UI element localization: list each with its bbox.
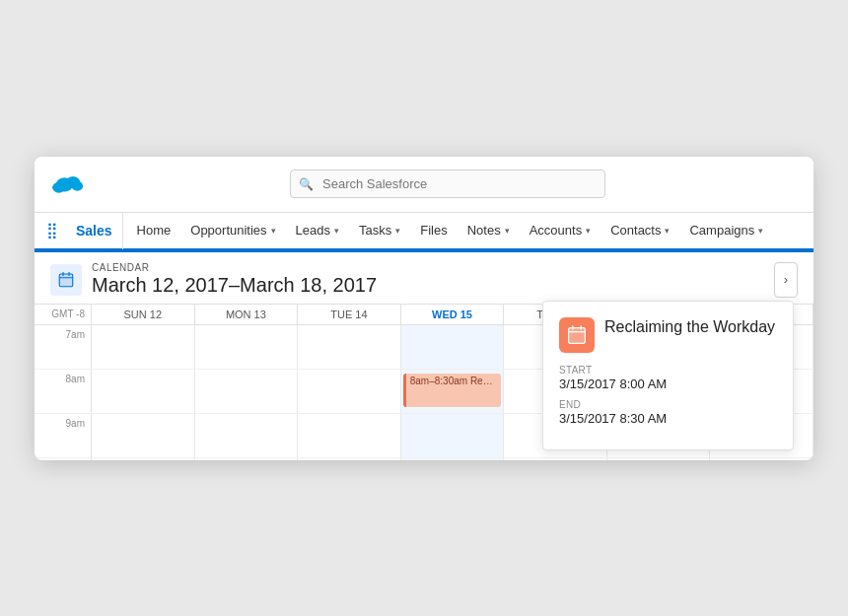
nav-item-notes[interactable]: Notes ▾ <box>458 212 520 249</box>
app-grid-icon[interactable]: ⣿ <box>46 221 58 240</box>
cell-thu-10am[interactable] <box>504 458 607 460</box>
calendar-header-icon <box>50 264 82 296</box>
calendar-section-label: CALENDAR <box>92 262 377 273</box>
chevron-down-icon: ▾ <box>271 226 276 236</box>
event-popup: Reclaiming the Workday Start 3/15/2017 8… <box>542 301 794 450</box>
nav-item-leads[interactable]: Leads ▾ <box>286 212 349 249</box>
popup-end-label: End <box>559 399 777 410</box>
nav-item-tasks[interactable]: Tasks ▾ <box>349 212 410 249</box>
nav-item-files[interactable]: Files <box>410 212 457 249</box>
cell-sun-10am[interactable] <box>92 458 195 460</box>
main-window: 🔍 ⣿ Sales Home Opportunities ▾ Leads ▾ T… <box>35 157 813 460</box>
calendar-date-range: March 12, 2017–March 18, 2017 <box>92 273 377 297</box>
popup-calendar-icon <box>559 317 595 353</box>
popup-header: Reclaiming the Workday <box>559 317 777 353</box>
chevron-down-icon: ▾ <box>758 226 763 236</box>
search-container: 🔍 <box>290 170 605 198</box>
popup-end-field: End 3/15/2017 8:30 AM <box>559 399 777 426</box>
svg-rect-4 <box>59 274 73 287</box>
popup-start-field: Start 3/15/2017 8:00 AM <box>559 365 777 391</box>
search-icon: 🔍 <box>299 177 314 191</box>
search-input[interactable] <box>290 170 605 198</box>
calendar-header: CALENDAR March 12, 2017–March 18, 2017 › <box>35 252 813 305</box>
salesforce-logo <box>50 167 86 202</box>
navbar: ⣿ Sales Home Opportunities ▾ Leads ▾ Tas… <box>35 213 813 250</box>
cell-wed-10am[interactable] <box>401 458 505 460</box>
calendar-collapse-button[interactable]: › <box>774 262 798 298</box>
cell-fri-10am[interactable] <box>607 458 711 460</box>
event-reclaiming-workday[interactable]: 8am–8:30am Recla... <box>403 374 502 407</box>
chevron-down-icon: ▾ <box>586 226 591 236</box>
popup-event-title: Reclaiming the Workday <box>604 317 775 338</box>
chevron-down-icon: ▾ <box>505 226 510 236</box>
topbar: 🔍 <box>35 157 813 213</box>
nav-item-contacts[interactable]: Contacts ▾ <box>601 212 679 249</box>
cell-sat-10am[interactable] <box>710 458 813 460</box>
nav-item-accounts[interactable]: Accounts ▾ <box>520 212 601 249</box>
nav-item-home[interactable]: Home <box>127 212 181 249</box>
nav-item-opportunities[interactable]: Opportunities ▾ <box>180 212 285 249</box>
cell-wed-8am[interactable]: 8am–8:30am Recla... <box>401 370 505 413</box>
chevron-down-icon: ▾ <box>665 226 670 236</box>
popup-start-value: 3/15/2017 8:00 AM <box>559 376 777 391</box>
chevron-down-icon: ▾ <box>395 226 400 236</box>
svg-point-3 <box>72 180 84 190</box>
nav-app-name[interactable]: Sales <box>66 212 123 249</box>
cell-tue-10am[interactable] <box>298 458 401 460</box>
popup-start-label: Start <box>559 365 777 376</box>
time-row-10am: 10am <box>35 458 813 460</box>
nav-item-campaigns[interactable]: Campaigns ▾ <box>679 212 773 249</box>
cell-mon-10am[interactable] <box>195 458 299 460</box>
svg-rect-9 <box>569 327 586 343</box>
svg-point-2 <box>52 181 65 192</box>
time-label-10am: 10am <box>35 458 92 460</box>
chevron-down-icon: ▾ <box>334 226 339 236</box>
popup-end-value: 3/15/2017 8:30 AM <box>559 411 777 426</box>
